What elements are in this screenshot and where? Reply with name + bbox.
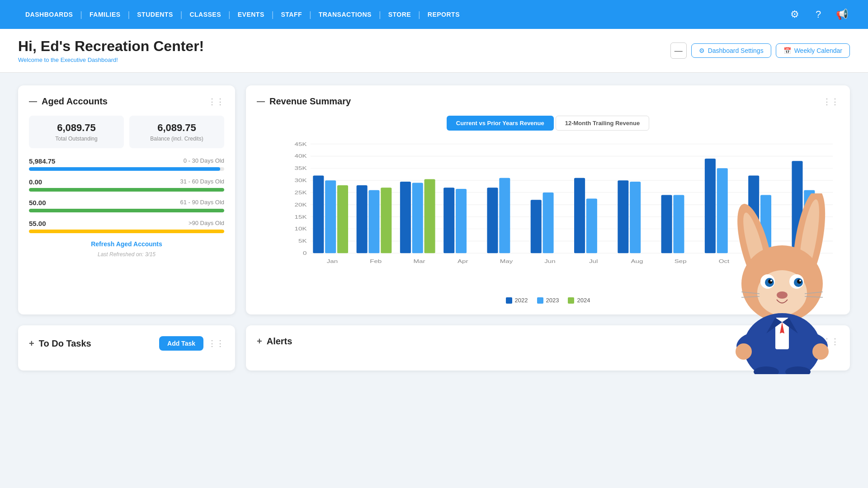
aged-row-value-0: 5,984.75: [29, 157, 55, 165]
aged-bar-bg-2: [29, 209, 224, 212]
svg-rect-54: [760, 195, 771, 253]
legend-dot-2024: [568, 297, 574, 304]
svg-rect-36: [499, 178, 510, 253]
nav-classes[interactable]: CLASSES: [182, 11, 228, 18]
svg-text:20K: 20K: [295, 202, 307, 207]
alerts-header: + Alerts ⋮⋮: [257, 336, 839, 347]
aged-accounts-title-text: Aged Accounts: [42, 96, 108, 107]
nav-store[interactable]: STORE: [381, 11, 418, 18]
refresh-aged-accounts-link[interactable]: Refresh Aged Accounts: [29, 240, 224, 248]
nav-reports[interactable]: REPORTS: [420, 11, 467, 18]
svg-text:10K: 10K: [295, 226, 307, 232]
dashboard-settings-label: Dashboard Settings: [708, 47, 764, 54]
add-task-button[interactable]: Add Task: [159, 336, 203, 351]
revenue-tabs: Current vs Prior Years Revenue 12-Month …: [257, 116, 839, 131]
svg-rect-33: [456, 189, 467, 253]
minus-icon: —: [29, 97, 37, 106]
last-refreshed-text: Last Refreshed on: 3/15: [29, 251, 224, 258]
svg-rect-20: [313, 175, 324, 253]
tab-current-prior[interactable]: Current vs Prior Years Revenue: [447, 116, 554, 131]
aged-accounts-title: — Aged Accounts: [29, 96, 108, 107]
legend-label-2023: 2023: [546, 297, 559, 304]
svg-text:0: 0: [303, 250, 307, 256]
svg-rect-53: [748, 175, 759, 253]
svg-rect-48: [673, 195, 684, 253]
aged-bar-fill-0: [29, 167, 220, 171]
aged-bar-fill-1: [29, 188, 224, 192]
aged-row-value-2: 50.00: [29, 199, 46, 206]
svg-rect-47: [661, 195, 672, 253]
alerts-title-text: Alerts: [267, 336, 292, 347]
aged-row-label-3: >90 Days Old: [189, 220, 224, 227]
svg-text:Feb: Feb: [370, 258, 382, 264]
page-subtitle: Welcome to the Executive Dashboard!: [18, 56, 204, 63]
svg-rect-30: [425, 179, 435, 253]
weekly-calendar-button[interactable]: 📅 Weekly Calendar: [776, 43, 850, 58]
svg-text:40K: 40K: [295, 154, 307, 159]
balance-value: 6,089.75: [137, 122, 217, 134]
legend-label-2024: 2024: [577, 297, 590, 304]
legend-2022: 2022: [506, 297, 528, 304]
navbar: DASHBOARDS | FAMILIES | STUDENTS | CLASS…: [0, 0, 868, 29]
svg-rect-39: [543, 192, 554, 253]
aged-bar-bg-3: [29, 230, 224, 233]
aged-row-1: 0.00 31 - 60 Days Old: [29, 178, 224, 192]
tab-12-month[interactable]: 12-Month Trailing Revenue: [556, 116, 649, 131]
svg-rect-42: [586, 199, 597, 253]
svg-rect-45: [630, 182, 641, 253]
calendar-icon: 📅: [783, 47, 791, 54]
minimize-button[interactable]: —: [670, 42, 687, 59]
legend-label-2022: 2022: [515, 297, 528, 304]
aged-row-2: 50.00 61 - 90 Days Old: [29, 199, 224, 212]
aged-stats-grid: 6,089.75 Total Outstanding 6,089.75 Bala…: [29, 116, 224, 148]
nav-families[interactable]: FAMILIES: [82, 11, 128, 18]
notifications-icon-button[interactable]: 📢: [834, 6, 850, 23]
svg-text:25K: 25K: [295, 190, 307, 195]
nav-links: DASHBOARDS | FAMILIES | STUDENTS | CLASS…: [18, 10, 467, 19]
nav-transactions[interactable]: TRANSACTIONS: [311, 11, 379, 18]
settings-icon-button[interactable]: ⚙: [787, 6, 803, 23]
dashboard-settings-button[interactable]: ⚙ Dashboard Settings: [691, 43, 771, 58]
main-content: — Aged Accounts ⋮⋮ 6,089.75 Total Outsta…: [0, 73, 868, 383]
svg-rect-28: [400, 182, 411, 253]
nav-events[interactable]: EVENTS: [231, 11, 272, 18]
revenue-menu-icon[interactable]: ⋮⋮: [823, 97, 839, 107]
weekly-calendar-label: Weekly Calendar: [794, 47, 842, 54]
aged-row-value-1: 0.00: [29, 178, 42, 186]
total-outstanding-box: 6,089.75 Total Outstanding: [29, 116, 124, 148]
aged-row-0: 5,984.75 0 - 30 Days Old: [29, 157, 224, 171]
svg-rect-44: [618, 180, 628, 253]
aged-row-label-1: 31 - 60 Days Old: [180, 178, 224, 186]
nav-dashboards[interactable]: DASHBOARDS: [18, 11, 80, 18]
revenue-chart: 05K10K15K20K25K30K35K40K45KJanFebMarAprM…: [257, 140, 839, 293]
aged-row-label-0: 0 - 30 Days Old: [184, 157, 224, 165]
svg-rect-26: [381, 188, 392, 253]
svg-rect-29: [412, 183, 423, 253]
aged-accounts-menu-icon[interactable]: ⋮⋮: [208, 97, 224, 107]
svg-rect-32: [443, 188, 454, 253]
todo-title-text: To Do Tasks: [39, 338, 91, 349]
legend-2023: 2023: [537, 297, 559, 304]
nav-staff[interactable]: STAFF: [274, 11, 309, 18]
svg-rect-51: [717, 168, 728, 253]
nav-icons: ⚙ ? 📢: [787, 6, 850, 23]
svg-rect-35: [487, 188, 498, 253]
help-icon-button[interactable]: ?: [810, 6, 826, 23]
svg-text:Apr: Apr: [458, 258, 468, 264]
aged-row-value-3: 55.00: [29, 220, 46, 227]
svg-text:Jan: Jan: [327, 258, 338, 264]
todo-menu-icon[interactable]: ⋮⋮: [208, 338, 224, 348]
alerts-menu-icon[interactable]: ⋮⋮: [823, 337, 839, 347]
svg-text:45K: 45K: [295, 141, 307, 147]
aged-accounts-header: — Aged Accounts ⋮⋮: [29, 96, 224, 107]
nav-students[interactable]: STUDENTS: [130, 11, 180, 18]
svg-rect-25: [368, 190, 379, 253]
alerts-card: + Alerts ⋮⋮: [246, 325, 850, 371]
rev-minus-icon: —: [257, 97, 265, 106]
aged-bar-bg-1: [29, 188, 224, 192]
svg-text:Jul: Jul: [589, 258, 598, 264]
svg-text:Aug: Aug: [631, 258, 643, 264]
aged-bar-fill-3: [29, 230, 224, 233]
plus-icon-alerts: +: [257, 336, 262, 347]
alerts-title: + Alerts: [257, 336, 292, 347]
